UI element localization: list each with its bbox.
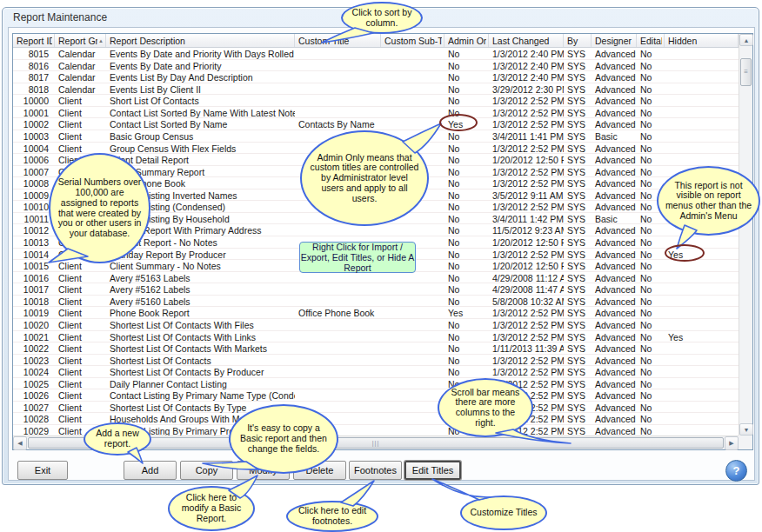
cell-report_description: Client Detail Report [106,154,295,166]
cell-hidden [665,378,739,390]
cell-editable: No [637,283,665,296]
cell-designer: Advanced [592,260,637,272]
cell-report_id: 10020 [13,319,55,331]
cell-custom_sub_title [381,342,444,355]
callout-copy: It's easy to copy a Basic report and the… [229,404,338,474]
scroll-down-arrow-icon[interactable]: ▼ [739,423,753,436]
table-row[interactable]: 10016ClientAvery #5163 LabelsNo4/29/2008… [13,272,739,284]
scroll-left-arrow-icon[interactable]: ◀ [13,436,27,450]
cell-hidden [665,402,739,414]
cell-hidden: Yes [665,249,739,261]
cell-designer: Advanced [592,166,637,178]
exit-button[interactable]: Exit [17,461,68,480]
cell-custom_title [295,83,381,96]
table-row[interactable]: 10024ClientShortest List Of Contacts By … [13,366,739,378]
cell-custom_title [295,319,381,331]
column-header-by[interactable]: By [564,34,592,47]
cell-custom_sub_title [381,118,444,130]
table-row[interactable]: 10020ClientShortest List Of Contacts Wit… [13,319,739,331]
column-header-last_changed[interactable]: Last Changed [489,34,564,47]
cell-custom_title [295,355,381,367]
cell-custom_title [295,107,381,119]
table-row[interactable]: 10022ClientShortest List Of Contacts Wit… [13,342,739,355]
cell-report_id: 10001 [13,107,55,119]
table-row[interactable]: 10021ClientShortest List Of Contacts Wit… [13,331,739,343]
edit-titles-button[interactable]: Edit Titles [404,461,461,480]
scroll-up-arrow-icon[interactable]: ▲ [739,34,753,46]
vertical-scrollbar[interactable]: ▲ ≡ ▼ [739,34,752,436]
cell-report_group: Client [55,389,106,402]
cell-hidden [665,83,739,96]
column-header-report_group[interactable]: Report Group▲ [55,34,106,47]
table-row[interactable]: 10027ClientShortest List Of Contacts By … [13,402,739,414]
cell-last_changed: 1/3/2012 2:52 PM [489,319,564,331]
cell-report_description: Shortest List Of Contacts By Producer [106,366,295,378]
cell-last_changed: 1/20/2012 12:50 PM [489,154,564,166]
tip-right-click: Right Click for Import / Export, Edit Ti… [299,242,416,273]
column-header-editable[interactable]: Editable [637,34,665,47]
cell-designer: Advanced [592,389,637,402]
cell-custom_sub_title [381,283,444,296]
cell-hidden [665,95,739,107]
table-row[interactable]: 8015CalendarEvents By Date and Priority … [13,48,739,60]
cell-admin_only: No [444,177,489,190]
cell-by: SYS [564,331,592,343]
add-button[interactable]: Add [124,461,177,480]
cell-report_description: Events By Date and Priority [106,60,295,72]
cell-admin_only: No [444,83,489,96]
cell-custom_sub_title [381,319,444,331]
cell-report_description: Avery #5162 Labels [106,283,295,296]
column-header-custom_title[interactable]: Custom Title [295,34,381,47]
table-row[interactable]: 10019ClientPhone Book ReportOffice Phone… [13,307,739,319]
column-header-designer[interactable]: Designer [592,34,637,47]
cell-designer: Advanced [592,143,637,155]
cell-hidden [665,107,739,119]
cell-custom_title [295,378,381,390]
column-header-report_description[interactable]: Report Description [106,34,295,47]
cell-admin_only: No [444,107,489,119]
table-row[interactable]: 10000ClientShort List Of ContactsNo1/3/2… [13,95,739,107]
callout-scrollbar-text: Scroll bar means there are more columns … [444,388,525,429]
column-header-admin_only[interactable]: Admin Only [444,34,489,47]
cell-report_group: Client [55,283,106,296]
table-row[interactable]: 10023ClientShortest List Of ContactsNo1/… [13,355,739,367]
vertical-scrollbar-thumb[interactable]: ≡ [740,58,752,86]
table-row[interactable]: 10026ClientContact Listing By Primary Na… [13,389,739,402]
cell-admin_only: No [444,130,489,143]
cell-report_id: 10014 [13,249,55,261]
column-header-report_id[interactable]: Report ID [13,34,55,47]
footnotes-button[interactable]: Footnotes [349,461,402,480]
cell-designer: Advanced [592,190,637,202]
cell-admin_only: No [444,213,489,225]
cell-hidden [665,71,739,83]
cell-designer: Advanced [592,413,637,425]
cell-custom_sub_title [381,71,444,83]
table-row[interactable]: 8016CalendarEvents By Date and PriorityN… [13,60,739,72]
cell-by: SYS [564,130,592,143]
cell-report_id: 10017 [13,283,55,296]
table-row[interactable]: 10017ClientAvery #5162 LabelsNo4/29/2008… [13,283,739,296]
cell-report_group: Client [55,118,106,130]
cell-designer: Advanced [592,319,637,331]
table-row[interactable]: 10002ClientContact List Sorted By NameCo… [13,118,739,130]
column-header-label: Report Group [58,36,97,46]
cell-admin_only: No [444,260,489,272]
column-header-custom_sub_title[interactable]: Custom Sub-Title [381,34,444,47]
table-row[interactable]: 10025ClientDaily Planner Contact Listing… [13,378,739,390]
cell-last_changed: 4/29/2008 11:12 AM [489,272,564,284]
copy-button[interactable]: Copy [180,461,233,480]
callout-hidden-report: This report is not visible on report men… [657,166,760,236]
callout-footnotes-text: Click here to edit footnotes. [293,506,371,527]
scroll-right-arrow-icon[interactable]: ▶ [725,436,739,450]
cell-custom_title [295,296,381,308]
table-row[interactable]: 8018CalendarEvents List By Client IINo3/… [13,83,739,96]
column-header-label: Editable [640,36,662,46]
cell-report_group: Calendar [55,71,106,83]
table-row[interactable]: 10018ClientAvery #5160 LabelsNo5/8/2008 … [13,296,739,308]
column-header-hidden[interactable]: Hidden [665,34,739,47]
table-row[interactable]: 8017CalendarEvents List By Day And Descr… [13,71,739,83]
cell-custom_sub_title [381,389,444,402]
table-row[interactable]: 10001ClientContact List Sorted By Name W… [13,107,739,119]
help-button[interactable]: ? [725,460,747,482]
cell-report_id: 10002 [13,118,55,130]
